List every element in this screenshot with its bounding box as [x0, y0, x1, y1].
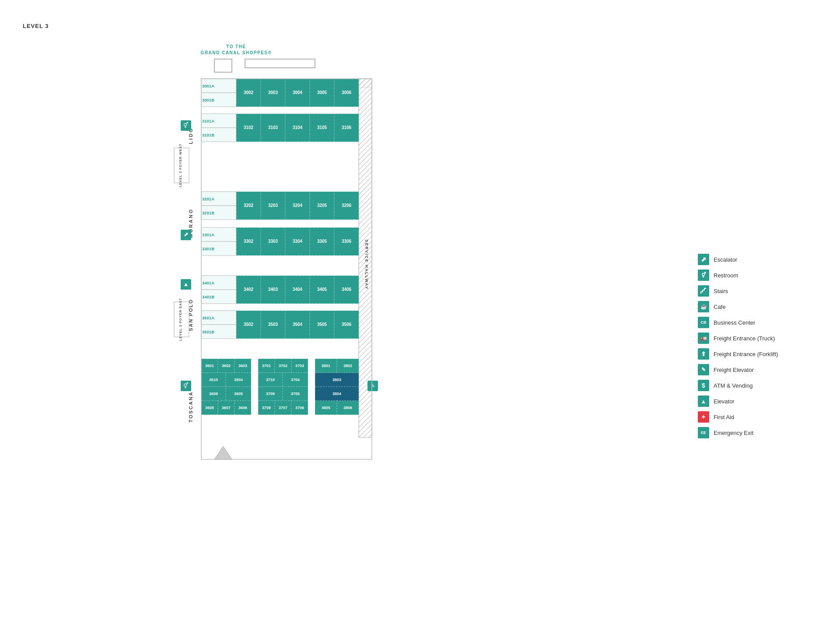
cafe-icon: ☕ — [698, 301, 709, 312]
first-aid-icon: + — [698, 411, 709, 423]
svg-text:3604: 3604 — [234, 378, 243, 382]
legend-item-elevator: ▲ Elevator — [698, 396, 798, 407]
legend-label-freight-truck: Freight Entrance (Truck) — [714, 335, 775, 342]
svg-text:3805: 3805 — [322, 406, 330, 410]
svg-text:3403: 3403 — [268, 287, 278, 292]
legend-label-escalator: Escalator — [714, 256, 737, 263]
svg-text:3404: 3404 — [293, 287, 303, 292]
svg-rect-163 — [359, 79, 372, 88]
escalator-icon: ⬈ — [698, 254, 709, 265]
svg-rect-3 — [245, 59, 315, 68]
svg-text:3501B: 3501B — [202, 329, 214, 334]
svg-text:3302: 3302 — [244, 239, 254, 244]
freight-elevator-icon: ✎ — [698, 364, 709, 375]
svg-text:3502: 3502 — [244, 322, 254, 327]
legend-label-emergency-exit: Emergency Exit — [714, 430, 753, 436]
legend-label-atm: ATM & Vending — [714, 382, 752, 389]
svg-text:3706: 3706 — [295, 406, 304, 410]
svg-text:TOSCANA: TOSCANA — [188, 391, 193, 423]
svg-text:3601: 3601 — [205, 364, 214, 368]
legend-label-first-aid: First Aid — [714, 414, 734, 420]
svg-text:3501A: 3501A — [202, 315, 214, 320]
svg-text:3106: 3106 — [342, 125, 352, 130]
legend-item-cafe: ☕ Cafe — [698, 301, 798, 312]
svg-text:3206: 3206 — [342, 203, 352, 208]
svg-text:3305: 3305 — [317, 239, 327, 244]
svg-text:3201A: 3201A — [202, 196, 214, 201]
svg-text:3607: 3607 — [222, 406, 231, 410]
svg-text:3506: 3506 — [342, 322, 352, 327]
legend-label-freight-forklift: Freight Entrance (Forklift) — [714, 351, 778, 357]
svg-text:3804: 3804 — [332, 392, 341, 396]
svg-text:3101A: 3101A — [202, 119, 214, 123]
svg-text:3606: 3606 — [238, 406, 247, 410]
svg-text:3304: 3304 — [293, 239, 303, 244]
svg-text:3703: 3703 — [295, 364, 304, 368]
restroom-icon: ⚥ — [698, 270, 709, 281]
svg-text:3105: 3105 — [317, 125, 327, 130]
svg-text:3301A: 3301A — [202, 232, 214, 237]
svg-text:3402: 3402 — [244, 287, 254, 292]
svg-text:3401A: 3401A — [202, 280, 214, 285]
svg-text:3205: 3205 — [317, 203, 327, 208]
svg-text:3203: 3203 — [268, 203, 278, 208]
svg-text:3103: 3103 — [268, 125, 278, 130]
svg-text:3001A: 3001A — [202, 84, 214, 88]
svg-text:⚥: ⚥ — [183, 382, 189, 389]
svg-text:3708: 3708 — [262, 406, 271, 410]
legend-item-freight-forklift: ⬆ Freight Entrance (Forklift) — [698, 348, 798, 360]
svg-text:3605: 3605 — [234, 392, 243, 396]
legend-label-stairs: Stairs — [714, 288, 728, 294]
legend-label-freight-elevator: Freight Elevator — [714, 367, 754, 373]
svg-marker-161 — [214, 446, 232, 459]
freight-truck-icon: 🚛 — [698, 332, 709, 344]
business-center-icon: CB — [698, 317, 709, 328]
svg-text:3701: 3701 — [262, 364, 271, 368]
svg-text:3803: 3803 — [332, 378, 341, 382]
svg-text:3504: 3504 — [293, 322, 303, 327]
svg-text:3505: 3505 — [317, 322, 327, 327]
svg-text:⚥: ⚥ — [183, 122, 189, 129]
svg-text:3802: 3802 — [343, 364, 352, 368]
svg-text:SERVICE HALLWAY: SERVICE HALLWAY — [364, 239, 369, 290]
svg-text:3204: 3204 — [293, 203, 303, 208]
svg-text:3603: 3603 — [238, 364, 247, 368]
svg-text:⬈: ⬈ — [184, 231, 189, 238]
legend-label-elevator: Elevator — [714, 398, 735, 405]
legend-label-restroom: Restroom — [714, 272, 738, 279]
svg-text:3704: 3704 — [291, 378, 300, 382]
svg-text:TO THE: TO THE — [226, 44, 246, 49]
svg-text:3806: 3806 — [343, 406, 352, 410]
svg-text:3201B: 3201B — [202, 210, 214, 215]
legend-label-cafe: Cafe — [714, 304, 725, 310]
svg-text:3301B: 3301B — [202, 246, 214, 251]
svg-text:3004: 3004 — [293, 90, 303, 95]
svg-text:3003: 3003 — [268, 90, 278, 95]
svg-rect-2 — [214, 59, 232, 72]
atm-icon: $ — [698, 380, 709, 391]
stairs-icon — [698, 285, 709, 297]
svg-text:3705: 3705 — [291, 392, 300, 396]
svg-text:3405: 3405 — [317, 287, 327, 292]
svg-text:3710: 3710 — [266, 378, 275, 382]
svg-text:3102: 3102 — [244, 125, 254, 130]
page-title: LEVEL 3 — [23, 23, 49, 29]
svg-text:3303: 3303 — [268, 239, 278, 244]
svg-text:3602: 3602 — [222, 364, 231, 368]
freight-forklift-icon: ⬆ — [698, 348, 709, 360]
legend-item-escalator: ⬈ Escalator — [698, 254, 798, 265]
svg-text:3006: 3006 — [342, 90, 352, 95]
svg-text:3401B: 3401B — [202, 294, 214, 299]
svg-text:3610: 3610 — [209, 378, 218, 382]
svg-text:3306: 3306 — [342, 239, 352, 244]
legend: ⬈ Escalator ⚥ Restroom Stairs ☕ Cafe CB … — [698, 254, 798, 443]
elevator-icon: ▲ — [698, 396, 709, 407]
svg-text:3707: 3707 — [279, 406, 287, 410]
svg-text:3202: 3202 — [244, 203, 254, 208]
legend-item-first-aid: + First Aid — [698, 411, 798, 423]
svg-text:3709: 3709 — [266, 392, 275, 396]
floor-map: TO THE GRAND CANAL SHOPPES® SERVICE HALL… — [88, 35, 508, 560]
svg-text:3002: 3002 — [244, 90, 254, 95]
svg-text:▲: ▲ — [183, 281, 189, 287]
svg-text:3503: 3503 — [268, 322, 278, 327]
